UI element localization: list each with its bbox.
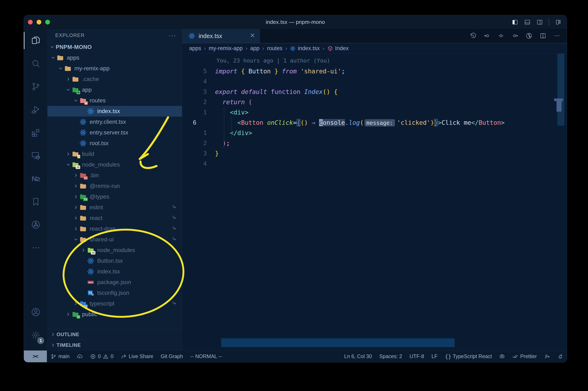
code-line[interactable]: 5import { Button } from 'shared-ui'; [182,66,567,76]
tree-root-pnpm-mono[interactable]: PNPM-MONO [47,42,182,52]
tree-item--cache[interactable]: .cache [47,74,182,85]
activity-nx-console[interactable]: N≥ [24,167,47,190]
activity-more-views[interactable] [24,236,47,259]
line-number[interactable]: 1 [182,109,215,116]
tree-item-typescript[interactable]: TStypescript [47,298,182,309]
tab-index-tsx[interactable]: index.tsx [182,29,260,43]
tree-item-react-dom[interactable]: react-dom [47,223,182,234]
tree-item--remix-run[interactable]: @remix-run [47,181,182,192]
tree-item-shared-ui[interactable]: shared-ui [47,234,182,245]
line-number[interactable]: 5 [182,68,215,75]
tree-item-eslint[interactable]: eslint [47,202,182,213]
breadcrumb-index-tsx[interactable]: index.tsx [290,45,320,52]
code-line[interactable]: 4 [182,76,567,87]
status-language-mode[interactable]: {}TypeScript React [441,351,495,362]
status-vim-mode[interactable]: -- NORMAL -- [187,351,225,362]
activity-extensions[interactable] [24,121,47,144]
code-line[interactable]: 3} [182,148,567,159]
breadcrumb-apps[interactable]: apps [189,45,201,52]
tree-item-tsconfig-json[interactable]: TStsconfig.json [47,288,182,298]
vertical-scrollbar[interactable] [557,54,564,126]
horizontal-scrollbar[interactable] [221,338,455,347]
line-number[interactable]: 3 [182,88,215,95]
code-editor[interactable]: You, 23 hours ago | 1 author (You) 5impo… [182,54,567,350]
sidebar-section-timeline[interactable]: TIMELINE [47,340,182,350]
tree-item-node-modules[interactable]: JSnode_modules [47,159,182,170]
tree-item-build[interactable]: ●build [47,149,182,159]
activity-search[interactable] [24,52,47,75]
tree-item-app[interactable]: ⚙app [47,85,182,95]
close-window-button[interactable] [28,20,33,24]
code-line[interactable]: 2 return ( [182,97,567,107]
tree-item-public[interactable]: ☷public [47,309,182,320]
tree-item-entry-server-tsx[interactable]: entry.server.tsx [47,127,182,138]
tree-item-package-json[interactable]: npmpackage.json [47,277,182,288]
prev-change-icon[interactable] [484,32,491,39]
tree-item--bin[interactable]: 01.bin [47,170,182,181]
tree-item-node-modules[interactable]: JSnode_modules [47,245,182,256]
status-branch[interactable]: main [47,351,73,362]
line-number[interactable]: 4 [182,78,215,85]
tree-item-root-tsx[interactable]: root.tsx [47,138,182,149]
status-cursor-position[interactable]: Ln 6, Col 30 [340,351,376,362]
activity-explorer[interactable] [24,29,47,52]
activity-source-control[interactable] [24,75,47,98]
sidebar-section-outline[interactable]: OUTLINE [47,329,182,340]
breadcrumb-routes[interactable]: routes [267,45,283,52]
status-feedback[interactable] [541,351,554,362]
activity-accounts[interactable] [24,300,47,324]
code-line[interactable]: 4 [182,159,567,169]
zoom-window-button[interactable] [45,20,50,24]
graph-circle-icon[interactable] [526,32,533,39]
status-live-share[interactable]: Live Share [117,351,157,362]
status-copilot[interactable] [495,351,509,362]
tree-item-react[interactable]: react [47,213,182,223]
tree-item-index-tsx[interactable]: index.tsx [47,266,182,277]
ellipsis-icon[interactable] [554,32,561,39]
status-eol[interactable]: LF [428,351,441,362]
code-line[interactable]: 1 <div> [182,107,567,117]
status-problems[interactable]: 00 [86,351,117,362]
toggle-panel-icon[interactable] [524,19,531,25]
line-number[interactable]: 6 [182,119,215,126]
code-line[interactable]: 2 ); [182,138,567,148]
activity-settings[interactable]: 1 [24,324,47,347]
line-number[interactable]: 4 [182,160,215,167]
tree-item-entry-client-tsx[interactable]: entry.client.tsx [47,116,182,127]
activity-remote-explorer[interactable] [24,144,47,167]
status-sync[interactable] [73,351,86,362]
breadcrumb-index[interactable]: Index [327,45,349,52]
status-remote[interactable]: >< [24,351,47,362]
line-number[interactable]: 3 [182,150,215,157]
tree-item-index-tsx[interactable]: index.tsx [47,106,182,116]
tree-item--types[interactable]: TS@types [47,192,182,202]
close-tab-icon[interactable] [250,33,255,39]
activity-git-graph[interactable] [24,213,47,236]
line-number[interactable]: 1 [182,129,215,136]
code-line-current[interactable]: 6 <Button onClick={() ⇒ console.log(mess… [182,117,567,128]
customize-layout-icon[interactable] [555,19,562,25]
breadcrumb-my-remix-app[interactable]: my-remix-app [209,45,243,52]
split-editor-icon[interactable] [540,32,547,39]
status-git-graph[interactable]: Git Graph [157,351,187,362]
code-line[interactable]: 1 </div> [182,128,567,138]
next-change-icon[interactable] [512,32,519,39]
activity-run-debug[interactable] [24,98,47,121]
toggle-secondary-sidebar-icon[interactable] [536,19,543,25]
tree-item-routes[interactable]: ⇄routes [47,95,182,106]
status-indentation[interactable]: Spaces: 2 [376,351,406,362]
breadcrumb-app[interactable]: app [250,45,259,52]
tree-item-my-remix-app[interactable]: my-remix-app [47,63,182,74]
line-number[interactable]: 2 [182,140,215,147]
toggle-sidebar-icon[interactable] [512,19,518,25]
line-number[interactable]: 2 [182,98,215,105]
status-formatter[interactable]: Prettier [509,351,541,362]
tree-item-button-tsx[interactable]: Button.tsx [47,256,182,266]
change-icon[interactable] [498,32,505,39]
status-encoding[interactable]: UTF-8 [406,351,428,362]
minimize-window-button[interactable] [37,20,41,24]
activity-bookmarks[interactable] [24,190,47,213]
status-notifications[interactable] [554,351,567,362]
tree-item-apps[interactable]: apps [47,52,182,63]
history-icon[interactable] [470,32,477,39]
